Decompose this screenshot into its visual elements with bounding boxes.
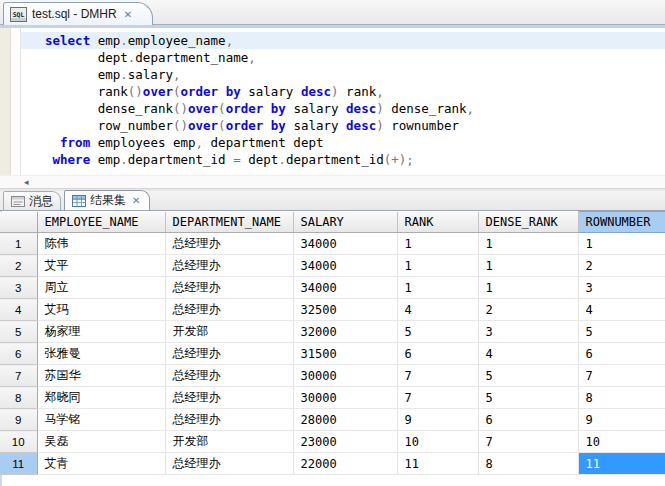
table-cell[interactable]: 郑晓同	[37, 387, 165, 409]
close-icon[interactable]: ✕	[122, 9, 134, 20]
table-cell[interactable]: 11	[578, 453, 665, 475]
row-number-cell[interactable]: 1	[0, 233, 37, 255]
table-cell[interactable]: 5	[478, 387, 578, 409]
table-cell[interactable]: 1	[397, 255, 478, 277]
sql-editor[interactable]: select emp.employee_name, dept.departmen…	[0, 28, 665, 175]
table-cell[interactable]: 总经理办	[165, 255, 293, 277]
row-number-cell[interactable]: 7	[0, 365, 37, 387]
column-header[interactable]: RANK	[397, 212, 478, 233]
code-line[interactable]: row_number()over(order by salary desc) r…	[21, 117, 665, 134]
table-cell[interactable]: 7	[578, 365, 665, 387]
tab-messages[interactable]: 消息	[3, 191, 61, 210]
table-cell[interactable]: 艾玛	[37, 299, 165, 321]
table-cell[interactable]: 9	[397, 409, 478, 431]
table-cell[interactable]: 马学铭	[37, 409, 165, 431]
table-cell[interactable]: 1	[478, 255, 578, 277]
code-line[interactable]: rank()over(order by salary desc) rank,	[21, 83, 665, 100]
table-cell[interactable]: 1	[397, 233, 478, 255]
column-header[interactable]: EMPLOYEE_NAME	[37, 212, 165, 233]
table-cell[interactable]: 30000	[293, 365, 397, 387]
table-cell[interactable]: 总经理办	[165, 233, 293, 255]
table-cell[interactable]: 34000	[293, 255, 397, 277]
table-cell[interactable]: 4	[397, 299, 478, 321]
table-cell[interactable]: 32000	[293, 321, 397, 343]
table-cell[interactable]: 杨家理	[37, 321, 165, 343]
code-line[interactable]: dept.department_name,	[21, 49, 665, 66]
column-header[interactable]: DEPARTMENT_NAME	[165, 212, 293, 233]
table-cell[interactable]: 31500	[293, 343, 397, 365]
table-cell[interactable]: 开发部	[165, 431, 293, 453]
table-cell[interactable]: 32500	[293, 299, 397, 321]
tab-resultset[interactable]: 结果集 ✕	[64, 190, 150, 210]
table-cell[interactable]: 苏国华	[37, 365, 165, 387]
row-number-cell[interactable]: 9	[0, 409, 37, 431]
table-cell[interactable]: 5	[478, 365, 578, 387]
table-cell[interactable]: 6	[397, 343, 478, 365]
scroll-left-arrow-icon[interactable]: ◂	[24, 176, 29, 189]
table-cell[interactable]: 1	[478, 233, 578, 255]
code-line[interactable]: where emp.department_id = dept.departmen…	[21, 151, 665, 168]
row-number-cell[interactable]: 2	[0, 255, 37, 277]
table-cell[interactable]: 艾平	[37, 255, 165, 277]
table-cell[interactable]: 5	[397, 321, 478, 343]
table-cell[interactable]: 总经理办	[165, 409, 293, 431]
table-cell[interactable]: 2	[578, 255, 665, 277]
table-cell[interactable]: 4	[478, 343, 578, 365]
table-cell[interactable]: 3	[478, 321, 578, 343]
table-cell[interactable]: 8	[478, 453, 578, 475]
table-cell[interactable]: 3	[578, 277, 665, 299]
table-cell[interactable]: 总经理办	[165, 453, 293, 475]
table-cell[interactable]: 7	[478, 431, 578, 453]
row-number-cell[interactable]: 8	[0, 387, 37, 409]
table-cell[interactable]: 张雅曼	[37, 343, 165, 365]
table-cell[interactable]: 1	[397, 277, 478, 299]
code-lines[interactable]: select emp.employee_name, dept.departmen…	[21, 28, 665, 175]
table-cell[interactable]: 34000	[293, 233, 397, 255]
table-cell[interactable]: 吴磊	[37, 431, 165, 453]
editor-horizontal-scrollbar[interactable]: ◂	[0, 175, 665, 188]
table-cell[interactable]: 22000	[293, 453, 397, 475]
editor-tab-test-sql[interactable]: SQL test.sql - DMHR ✕	[3, 2, 153, 25]
row-number-cell[interactable]: 5	[0, 321, 37, 343]
table-cell[interactable]: 9	[578, 409, 665, 431]
table-cell[interactable]: 11	[397, 453, 478, 475]
column-header[interactable]: DENSE_RANK	[478, 212, 578, 233]
table-cell[interactable]: 7	[397, 387, 478, 409]
table-cell[interactable]: 周立	[37, 277, 165, 299]
annotation-ruler[interactable]	[0, 28, 11, 175]
table-cell[interactable]: 总经理办	[165, 277, 293, 299]
row-number-cell[interactable]: 11	[0, 453, 37, 475]
code-line[interactable]: emp.salary,	[21, 66, 665, 83]
table-cell[interactable]: 8	[578, 387, 665, 409]
table-cell[interactable]: 6	[578, 343, 665, 365]
row-number-header[interactable]	[0, 212, 37, 233]
table-cell[interactable]: 4	[578, 299, 665, 321]
table-cell[interactable]: 总经理办	[165, 365, 293, 387]
table-cell[interactable]: 5	[578, 321, 665, 343]
table-cell[interactable]: 陈伟	[37, 233, 165, 255]
code-line[interactable]: from employees emp, department dept	[21, 134, 665, 151]
table-cell[interactable]: 1	[478, 277, 578, 299]
table-cell[interactable]: 开发部	[165, 321, 293, 343]
table-cell[interactable]: 23000	[293, 431, 397, 453]
table-cell[interactable]: 艾青	[37, 453, 165, 475]
table-cell[interactable]: 2	[478, 299, 578, 321]
table-cell[interactable]: 总经理办	[165, 387, 293, 409]
row-number-cell[interactable]: 6	[0, 343, 37, 365]
row-number-cell[interactable]: 3	[0, 277, 37, 299]
table-cell[interactable]: 10	[397, 431, 478, 453]
table-cell[interactable]: 28000	[293, 409, 397, 431]
table-cell[interactable]: 总经理办	[165, 343, 293, 365]
table-cell[interactable]: 10	[578, 431, 665, 453]
row-number-cell[interactable]: 4	[0, 299, 37, 321]
column-header[interactable]: ROWNUMBER	[578, 212, 665, 233]
table-cell[interactable]: 总经理办	[165, 299, 293, 321]
column-header[interactable]: SALARY	[293, 212, 397, 233]
code-line[interactable]: dense_rank()over(order by salary desc) d…	[21, 100, 665, 117]
close-icon[interactable]: ✕	[130, 195, 142, 206]
code-line[interactable]: select emp.employee_name,	[21, 32, 665, 49]
row-number-cell[interactable]: 10	[0, 431, 37, 453]
table-cell[interactable]: 30000	[293, 387, 397, 409]
table-cell[interactable]: 6	[478, 409, 578, 431]
table-cell[interactable]: 1	[578, 233, 665, 255]
